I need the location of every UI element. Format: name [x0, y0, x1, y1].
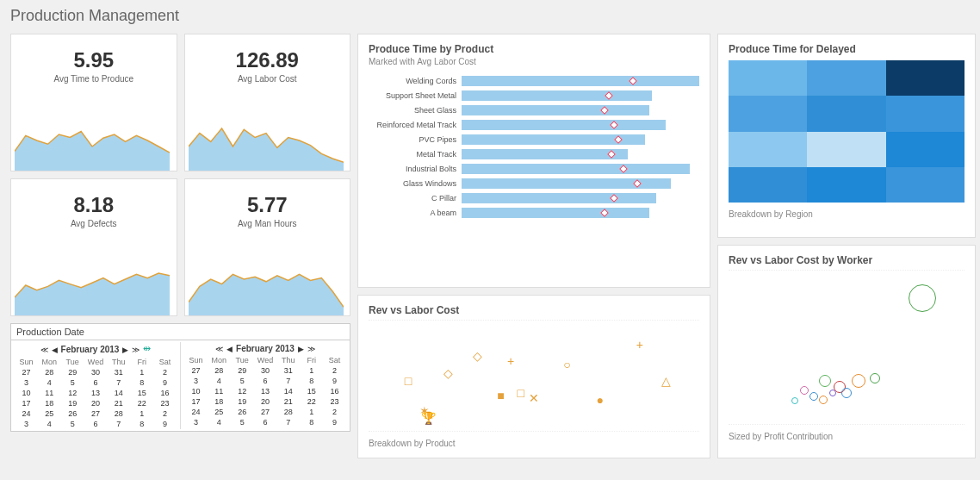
calendar-day[interactable]: 6: [84, 419, 108, 429]
calendar-day[interactable]: 7: [107, 419, 130, 429]
cal-prev-fast-icon[interactable]: ≪: [215, 345, 223, 353]
calendar-day[interactable]: 23: [323, 396, 346, 407]
calendar-day[interactable]: 1: [130, 367, 153, 377]
calendar-day[interactable]: 27: [184, 365, 208, 376]
cal-next-icon[interactable]: ▶: [122, 346, 128, 354]
calendar-day[interactable]: 5: [61, 377, 84, 388]
calendar-day[interactable]: 3: [184, 417, 208, 427]
calendar-day[interactable]: 1: [300, 407, 323, 417]
kpi-card-defects[interactable]: 8.18 Avg Defects: [10, 178, 177, 316]
calendar-day[interactable]: 3: [15, 377, 38, 388]
calendar-left[interactable]: ≪ ◀ February 2013 ▶ ≫ ⇹ SunMonTueWedThuF…: [11, 340, 180, 431]
calendar-day[interactable]: 18: [208, 396, 231, 407]
range-slider-icon[interactable]: ⇹: [143, 343, 151, 354]
calendar-day[interactable]: 21: [107, 398, 130, 408]
calendar-day[interactable]: 8: [130, 377, 153, 388]
calendar-day[interactable]: 22: [130, 398, 153, 408]
calendar-day[interactable]: 5: [231, 417, 254, 427]
calendar-day[interactable]: 28: [276, 407, 300, 417]
calendar-day[interactable]: 1: [130, 408, 153, 419]
cal-prev-fast-icon[interactable]: ≪: [40, 346, 48, 354]
calendar-day[interactable]: 19: [231, 396, 254, 407]
kpi-card-time[interactable]: 5.95 Avg Time to Produce: [10, 34, 177, 171]
calendar-day[interactable]: 9: [153, 419, 177, 429]
cal-prev-icon[interactable]: ◀: [52, 346, 58, 354]
calendar-day[interactable]: 19: [61, 398, 84, 408]
kpi-card-labor[interactable]: 126.89 Avg Labor Cost: [184, 34, 351, 171]
calendar-day[interactable]: 29: [231, 365, 254, 376]
calendar-day[interactable]: 4: [208, 417, 231, 427]
calendar-day[interactable]: 8: [130, 419, 153, 429]
calendar-day[interactable]: 12: [231, 386, 254, 396]
calendar-day[interactable]: 10: [184, 386, 208, 396]
calendar-day[interactable]: 2: [323, 365, 346, 376]
calendar-day[interactable]: 8: [300, 376, 323, 386]
calendar-day[interactable]: 13: [84, 388, 108, 398]
calendar-day[interactable]: 25: [38, 408, 61, 419]
calendar-day[interactable]: 11: [38, 388, 61, 398]
cal-next-fast-icon[interactable]: ≫: [307, 345, 315, 353]
calendar-day[interactable]: 26: [231, 407, 254, 417]
cal-prev-icon[interactable]: ◀: [226, 345, 233, 353]
calendar-day[interactable]: 9: [323, 417, 346, 427]
calendar-day[interactable]: 28: [208, 365, 231, 376]
calendar-day[interactable]: 31: [107, 367, 130, 377]
calendar-day[interactable]: 9: [153, 377, 177, 388]
calendar-day[interactable]: 15: [130, 388, 153, 398]
calendar-day[interactable]: 18: [38, 398, 61, 408]
calendar-day[interactable]: 3: [15, 419, 38, 429]
calendar-day[interactable]: 7: [276, 376, 300, 386]
calendar-day[interactable]: 6: [254, 376, 277, 386]
calendar-day[interactable]: 4: [38, 377, 61, 388]
calendar-day[interactable]: 7: [107, 377, 130, 388]
cal-next-fast-icon[interactable]: ≫: [132, 346, 140, 354]
calendar-day[interactable]: 5: [231, 376, 254, 386]
kpi-card-manhours[interactable]: 5.77 Avg Man Hours: [184, 178, 351, 316]
calendar-day[interactable]: 20: [84, 398, 108, 408]
calendar-day[interactable]: 12: [61, 388, 84, 398]
calendar-day[interactable]: 27: [84, 408, 108, 419]
cal-next-icon[interactable]: ▶: [298, 345, 304, 353]
calendar-day[interactable]: 6: [84, 377, 108, 388]
calendar-right[interactable]: ≪ ◀ February 2013 ▶ ≫ SunMonTueWedThuFri…: [181, 340, 350, 431]
calendar-day[interactable]: 22: [300, 396, 323, 407]
calendar-day[interactable]: 2: [323, 407, 346, 417]
calendar-day[interactable]: 21: [276, 396, 300, 407]
calendar-day[interactable]: 14: [107, 388, 130, 398]
calendar-day[interactable]: 17: [15, 398, 38, 408]
calendar-day[interactable]: 6: [254, 417, 277, 427]
calendar-day[interactable]: 16: [153, 388, 177, 398]
produce-time-card[interactable]: Produce Time by Product Marked with Avg …: [357, 34, 710, 288]
rev-worker-card[interactable]: Rev vs Labor Cost by Worker Sized by Pro…: [717, 245, 976, 458]
calendar-day[interactable]: 24: [15, 408, 38, 419]
calendar-day[interactable]: 30: [254, 365, 277, 376]
calendar-day[interactable]: 14: [276, 386, 300, 396]
calendar-day[interactable]: 3: [184, 376, 208, 386]
calendar-day[interactable]: 2: [153, 367, 177, 377]
calendar-day[interactable]: 30: [84, 367, 108, 377]
calendar-day[interactable]: 28: [107, 408, 130, 419]
delayed-card[interactable]: Produce Time for Delayed Breakdown by Re…: [717, 34, 976, 238]
calendar-day[interactable]: 16: [323, 386, 346, 396]
calendar-day[interactable]: 25: [208, 407, 231, 417]
rev-labor-card[interactable]: Rev vs Labor Cost □✶🏆◇◇■+□✕○●+△ Breakdow…: [357, 295, 710, 458]
calendar-day[interactable]: 8: [300, 417, 323, 427]
calendar-day[interactable]: 4: [38, 419, 61, 429]
calendar-day[interactable]: 9: [323, 376, 346, 386]
calendar-day[interactable]: 28: [38, 367, 61, 377]
calendar-day[interactable]: 5: [61, 419, 84, 429]
calendar-day[interactable]: 31: [276, 365, 300, 376]
calendar-day[interactable]: 26: [61, 408, 84, 419]
calendar-day[interactable]: 7: [276, 417, 300, 427]
calendar-day[interactable]: 11: [208, 386, 231, 396]
calendar-day[interactable]: 2: [153, 408, 177, 419]
calendar-day[interactable]: 24: [184, 407, 208, 417]
calendar-day[interactable]: 4: [208, 376, 231, 386]
calendar-day[interactable]: 15: [300, 386, 323, 396]
calendar-day[interactable]: 17: [184, 396, 208, 407]
calendar-day[interactable]: 13: [254, 386, 277, 396]
calendar-day[interactable]: 23: [153, 398, 177, 408]
calendar-day[interactable]: 1: [300, 365, 323, 376]
calendar-day[interactable]: 10: [15, 388, 38, 398]
calendar-day[interactable]: 20: [254, 396, 277, 407]
